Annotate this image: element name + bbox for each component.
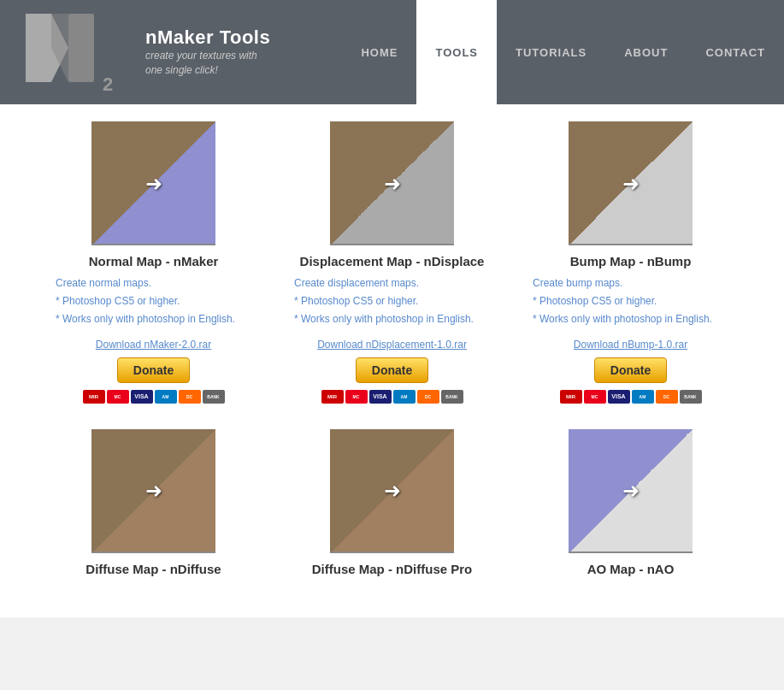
tool-card-ndiffuse: ➜ Diffuse Map - nDiffuse xyxy=(51,429,256,583)
arrow-icon: ➜ xyxy=(384,172,401,196)
payment-bank: BANK xyxy=(203,390,225,404)
arrow-icon: ➜ xyxy=(622,479,640,503)
nav-tutorials[interactable]: TUTORIALS xyxy=(497,0,605,104)
download-link-nbump[interactable]: Download nBump-1.0.rar xyxy=(574,339,687,351)
nav-tools[interactable]: TOOLS xyxy=(416,0,497,104)
tool-desc-ndisplace: Create displacement maps. * Photoshop CS… xyxy=(290,275,494,330)
tool-image-ndiffuse: ➜ xyxy=(91,429,215,553)
main-nav: HOME TOOLS TUTORIALS ABOUT CONTACT xyxy=(342,0,784,104)
tool-title-nbump: Bump Map - nBump xyxy=(570,254,692,268)
arrow-icon: ➜ xyxy=(384,479,401,503)
site-title-area: nMaker Tools create your textures with o… xyxy=(137,27,270,78)
nav-contact[interactable]: CONTACT xyxy=(687,0,784,104)
tool-card-ndisplace: ➜ Displacement Map - nDisplace Create di… xyxy=(290,121,494,404)
payment-mir: MIR xyxy=(321,390,344,404)
tool-desc-nbump: Create bump maps. * Photoshop CS5 or hig… xyxy=(528,275,733,330)
tools-grid: ➜ Normal Map - nMaker Create normal maps… xyxy=(51,121,733,583)
payment-mc: MC xyxy=(345,390,368,404)
payment-mir: MIR xyxy=(83,390,105,404)
tool-title-ndiffusepro: Diffuse Map - nDiffuse Pro xyxy=(312,562,473,576)
payment-visa: VISA xyxy=(369,390,392,404)
tool-title-nmaker: Normal Map - nMaker xyxy=(89,254,219,268)
site-header: 2 nMaker Tools create your textures with… xyxy=(0,0,784,104)
nav-about[interactable]: ABOUT xyxy=(605,0,687,104)
tool-image-nmaker: ➜ xyxy=(91,121,215,245)
svg-marker-3 xyxy=(51,14,94,82)
tool-image-nbump: ➜ xyxy=(569,121,693,245)
payment-amex: AM xyxy=(632,390,654,404)
tool-title-nao: AO Map - nAO xyxy=(587,562,675,576)
tool-title-ndiffuse: Diffuse Map - nDiffuse xyxy=(85,562,221,576)
tool-card-ndiffusepro: ➜ Diffuse Map - nDiffuse Pro xyxy=(290,429,494,583)
svg-text:2: 2 xyxy=(103,74,113,95)
tool-card-nmaker: ➜ Normal Map - nMaker Create normal maps… xyxy=(51,121,256,404)
arrow-icon: ➜ xyxy=(145,172,162,196)
tool-image-bg: ➜ xyxy=(330,121,454,245)
payment-amex: AM xyxy=(155,390,177,404)
payment-disc: DC xyxy=(179,390,201,404)
payment-icons-nbump: MIR MC VISA AM DC BANK xyxy=(560,390,702,404)
payment-visa: VISA xyxy=(131,390,153,404)
payment-icons-nmaker: MIR MC VISA AM DC BANK xyxy=(83,390,225,404)
arrow-icon: ➜ xyxy=(622,172,640,196)
payment-bank: BANK xyxy=(680,390,702,404)
download-link-ndisplace[interactable]: Download nDisplacement-1.0.rar xyxy=(317,339,467,351)
logo-svg: 2 xyxy=(21,5,133,99)
tool-desc-nmaker: Create normal maps. * Photoshop CS5 or h… xyxy=(51,275,256,330)
tool-image-bg: ➜ xyxy=(569,121,693,245)
tool-image-nao: ➜ xyxy=(569,429,693,553)
logo-area: 2 nMaker Tools create your textures with… xyxy=(0,0,270,104)
tool-card-nao: ➜ AO Map - nAO xyxy=(528,429,733,583)
tool-image-ndisplace: ➜ xyxy=(330,121,454,245)
tool-card-nbump: ➜ Bump Map - nBump Create bump maps. * P… xyxy=(528,121,733,404)
payment-mc: MC xyxy=(107,390,129,404)
payment-icons-ndisplace: MIR MC VISA AM DC BANK xyxy=(321,390,463,404)
tool-title-ndisplace: Displacement Map - nDisplace xyxy=(300,254,485,268)
site-title: nMaker Tools xyxy=(145,27,270,49)
payment-mir: MIR xyxy=(560,390,582,404)
site-subtitle: create your textures with one single cli… xyxy=(145,49,270,78)
nav-home[interactable]: HOME xyxy=(342,0,416,104)
payment-amex: AM xyxy=(393,390,416,404)
donate-button-nmaker[interactable]: Donate xyxy=(117,357,190,383)
tool-image-bg: ➜ xyxy=(91,429,215,553)
payment-bank: BANK xyxy=(441,390,463,404)
tool-image-ndiffusepro: ➜ xyxy=(330,429,454,553)
arrow-icon: ➜ xyxy=(145,479,162,503)
donate-button-ndisplace[interactable]: Donate xyxy=(356,357,428,383)
main-content: ➜ Normal Map - nMaker Create normal maps… xyxy=(0,104,784,617)
payment-visa: VISA xyxy=(608,390,630,404)
tool-image-bg: ➜ xyxy=(91,121,215,245)
tool-image-bg: ➜ xyxy=(330,429,454,553)
donate-button-nbump[interactable]: Donate xyxy=(594,357,667,383)
payment-mc: MC xyxy=(584,390,606,404)
download-link-nmaker[interactable]: Download nMaker-2.0.rar xyxy=(96,339,211,351)
payment-disc: DC xyxy=(656,390,678,404)
payment-disc: DC xyxy=(417,390,439,404)
logo-image: 2 xyxy=(17,0,137,104)
tool-image-bg: ➜ xyxy=(569,429,693,553)
